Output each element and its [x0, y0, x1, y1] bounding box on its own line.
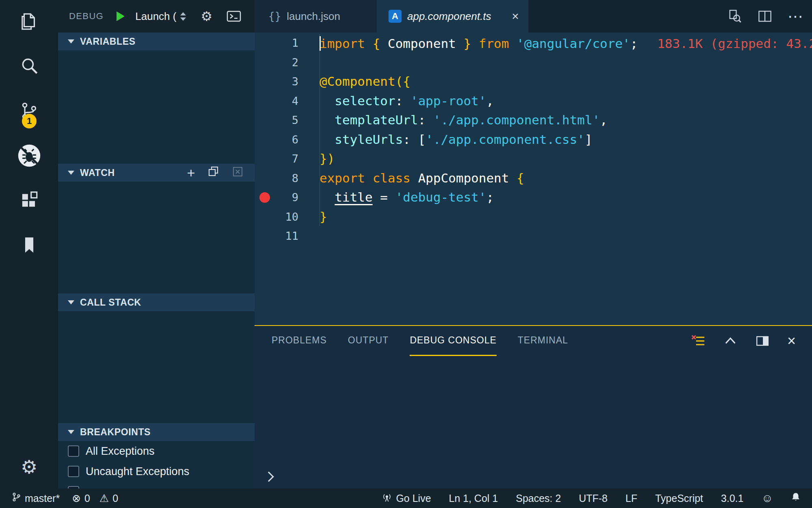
- sidebar-item-search[interactable]: [0, 45, 58, 89]
- language-mode-status[interactable]: TypeScript: [655, 493, 703, 504]
- section-header-watch[interactable]: WATCH +: [58, 164, 255, 182]
- gutter-row[interactable]: 4: [255, 91, 320, 111]
- encoding-status[interactable]: UTF-8: [579, 493, 608, 504]
- feedback-button[interactable]: ☺: [761, 492, 773, 505]
- panel-tab-problems[interactable]: PROBLEMS: [272, 326, 327, 356]
- breakpoint-row[interactable]: All Exceptions: [58, 441, 255, 461]
- code-line[interactable]: [320, 53, 812, 72]
- line-number: 10: [285, 211, 298, 223]
- section-header-breakpoints[interactable]: BREAKPOINTS: [58, 423, 255, 441]
- git-branch-status[interactable]: master*: [11, 492, 60, 505]
- eol-status[interactable]: LF: [626, 493, 637, 504]
- tab-label: app.component.ts: [407, 10, 491, 23]
- cursor-position-status[interactable]: Ln 1, Col 1: [449, 493, 498, 504]
- sidebar-title: DEBUG: [69, 11, 104, 22]
- split-panel-icon[interactable]: [756, 334, 769, 348]
- status-bar: master* ⊗ 0 ⚠ 0 Go Live Ln 1, Col 1 Spac…: [0, 488, 812, 508]
- go-live-label: Go Live: [396, 493, 431, 504]
- gutter-row[interactable]: 8: [255, 169, 320, 188]
- collapse-all-icon[interactable]: [207, 165, 220, 180]
- more-actions-icon[interactable]: ⋯: [788, 12, 803, 20]
- section-label: BREAKPOINTS: [80, 427, 151, 438]
- section-label: CALL STACK: [80, 297, 141, 308]
- launch-config-select[interactable]: Launch (: [135, 10, 186, 23]
- twisty-icon: [68, 171, 74, 175]
- add-watch-expression-icon[interactable]: +: [187, 167, 195, 179]
- panel-tab-terminal[interactable]: TERMINAL: [518, 326, 568, 356]
- sidebar-item-extensions[interactable]: [0, 179, 58, 224]
- editor-gutter[interactable]: 1234567891011: [255, 33, 320, 325]
- sidebar-item-explorer[interactable]: [0, 0, 58, 45]
- close-tab-icon[interactable]: ×: [512, 9, 519, 23]
- panel-tab-output[interactable]: OUTPUT: [348, 326, 389, 356]
- section-header-variables[interactable]: VARIABLES: [58, 33, 255, 50]
- breakpoint-checkbox[interactable]: [68, 466, 79, 477]
- code-line[interactable]: title = 'debug-test';: [320, 188, 812, 207]
- split-editor-icon[interactable]: [758, 9, 772, 24]
- manage-button[interactable]: ⚙: [0, 456, 58, 478]
- problems-status[interactable]: ⊗ 0 ⚠ 0: [72, 492, 118, 505]
- branch-label: master*: [25, 493, 60, 504]
- sidebar-item-bookmarks[interactable]: [0, 224, 58, 268]
- panel-tab-debug-console[interactable]: DEBUG CONSOLE: [410, 326, 497, 356]
- debug-icon: [16, 143, 42, 170]
- section-header-call-stack[interactable]: CALL STACK: [58, 293, 255, 311]
- go-live-button[interactable]: Go Live: [382, 492, 431, 505]
- debug-console-toggle-icon[interactable]: [226, 10, 242, 22]
- code-line[interactable]: import { Component } from '@angular/core…: [320, 33, 812, 53]
- search-icon: [19, 56, 39, 78]
- close-panel-icon[interactable]: ×: [787, 335, 796, 347]
- console-prompt-icon: [263, 471, 274, 482]
- start-debug-icon[interactable]: [117, 11, 125, 21]
- sidebar-item-source-control[interactable]: 1: [0, 89, 58, 134]
- code-line[interactable]: selector: 'app-root',: [320, 91, 812, 111]
- twisty-icon: [68, 39, 74, 43]
- search-editor-icon[interactable]: [728, 9, 742, 24]
- breakpoints-list: All ExceptionsUncaught Exceptions: [58, 441, 255, 488]
- bell-icon: [791, 492, 801, 505]
- code-editor[interactable]: 1234567891011 import { Component } from …: [255, 33, 812, 325]
- gutter-row[interactable]: 6: [255, 130, 320, 150]
- call-stack-content: [58, 311, 255, 423]
- gutter-row[interactable]: 1: [255, 33, 320, 53]
- code-line[interactable]: [320, 226, 812, 246]
- code-line[interactable]: }: [320, 207, 812, 227]
- line-number: 2: [292, 56, 298, 69]
- line-number: 11: [285, 230, 298, 242]
- sidebar-item-debug[interactable]: [0, 134, 58, 179]
- error-icon: ⊗: [72, 492, 81, 505]
- indentation-status[interactable]: Spaces: 2: [516, 493, 561, 504]
- gutter-row[interactable]: 5: [255, 111, 320, 130]
- explorer-icon: [19, 11, 39, 33]
- line-number: 8: [292, 172, 298, 185]
- code-line[interactable]: @Component({: [320, 72, 812, 91]
- gutter-row[interactable]: 7: [255, 149, 320, 169]
- gutter-row[interactable]: 11: [255, 226, 320, 246]
- gutter-row[interactable]: 3: [255, 72, 320, 91]
- code-line[interactable]: templateUrl: './app.component.html',: [320, 111, 812, 130]
- debug-console-body[interactable]: [255, 356, 812, 488]
- tab-app-component-ts[interactable]: A app.component.ts ×: [376, 0, 529, 33]
- code-line[interactable]: }): [320, 149, 812, 169]
- breakpoint-dot[interactable]: [259, 192, 270, 203]
- maximize-panel-icon[interactable]: [723, 334, 738, 348]
- gutter-row[interactable]: 2: [255, 53, 320, 72]
- version-status[interactable]: 3.0.1: [721, 493, 744, 504]
- breakpoint-row[interactable]: [58, 482, 255, 488]
- select-arrows-icon: [180, 12, 186, 21]
- gutter-row[interactable]: 9: [255, 188, 320, 207]
- code-area[interactable]: import { Component } from '@angular/core…: [320, 33, 812, 325]
- configure-launch-gear-icon[interactable]: ⚙: [201, 9, 212, 24]
- gutter-row[interactable]: 10: [255, 207, 320, 227]
- remove-all-watch-icon[interactable]: [232, 165, 244, 180]
- bottom-panel: PROBLEMSOUTPUTDEBUG CONSOLETERMINAL ×: [255, 325, 812, 488]
- json-file-icon: {}: [268, 10, 281, 22]
- breakpoint-row[interactable]: Uncaught Exceptions: [58, 461, 255, 482]
- code-line[interactable]: styleUrls: ['./app.component.css']: [320, 130, 812, 150]
- breakpoint-checkbox[interactable]: [68, 445, 79, 457]
- notifications-button[interactable]: [791, 492, 801, 505]
- editor-actions: ⋯: [728, 0, 803, 33]
- tab-launch-json[interactable]: {} launch.json: [255, 0, 376, 33]
- code-line[interactable]: export class AppComponent {: [320, 169, 812, 188]
- clear-console-icon[interactable]: [691, 334, 705, 348]
